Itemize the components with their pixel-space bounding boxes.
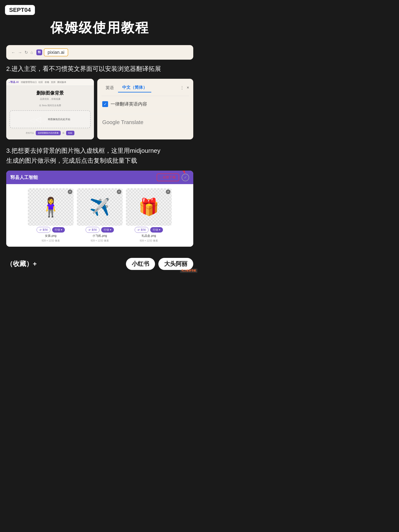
step3-line2: 生成的图片做示例，完成后点击复制或批量下载 (6, 157, 137, 164)
pixian-logo: ▪ 郓县.AI (9, 80, 19, 84)
close-btn-0[interactable]: ✕ (68, 190, 72, 194)
copy-icon-0: ↺ (39, 228, 42, 232)
back-arrow-icon[interactable]: ← (11, 50, 15, 55)
pixian-subtitle2: 在 Beta 期间完全免费 (10, 104, 91, 107)
tab-chinese[interactable]: 中文（简体） (118, 83, 151, 93)
pixian-dropzone[interactable]: ◁ ◁ ◁ 将图像拖至此处开始 (10, 110, 91, 128)
download-label: 全部下载 (163, 175, 176, 180)
download-area: ↓ 全部下载 ✓ (157, 173, 189, 181)
app-header-title: 郓县人工智能 (10, 174, 38, 181)
copy-label-2: 复制 (140, 228, 146, 232)
nav-item-5: 测试版本 (57, 81, 66, 84)
filesize-1: 928 × 1232 像素 (91, 239, 109, 242)
step2-text: 2.进入主页，看不习惯英文界面可以安装浏览器翻译拓展 (6, 64, 193, 74)
copy-btn-1[interactable]: ↺ 复制 (86, 227, 100, 233)
img-action-row-1: ↺ 复制 行动 ▾ (77, 227, 123, 233)
img-action-row-0: ↺ 复制 行动 ▾ (28, 227, 74, 233)
close-btn-1[interactable]: ✕ (117, 190, 121, 194)
gift-image: 🎁 (138, 199, 159, 215)
pixian-logo-icon: ▪ (9, 81, 10, 84)
footer-collect-label: （收藏）+ (6, 259, 37, 268)
file-icon-3: ◁ (42, 118, 46, 124)
pixian-subtitle1: 品质优良，价格低廉 (10, 97, 91, 101)
translate-tab-actions: ⋮ × (180, 85, 189, 90)
girl-image: 🧍‍♀️ (39, 198, 62, 216)
copy-btn-0[interactable]: ↺ 复制 (37, 227, 51, 233)
forward-arrow-icon[interactable]: → (18, 50, 22, 55)
translate-checkbox[interactable]: ✓ (102, 101, 108, 107)
img-action-row-2: ↺ 复制 行动 ▾ (126, 227, 172, 233)
translate-tabs: 英语 中文（简体） ⋮ × (101, 83, 189, 93)
step3-line1: 3.把想要去掉背景的图片拖入虚线框，这里用midjourney (6, 147, 160, 154)
translate-checkbox-row: ✓ 一律翻译英语内容 (101, 99, 189, 109)
more-options-icon[interactable]: ⋮ (180, 85, 184, 90)
filename-2: 礼品盒.png (141, 234, 156, 238)
pixian-screenshot: ▪ 郓县.AI 功能管理导出口 社区 价格 支持 测试版本 删除图像背景 品质优… (6, 79, 94, 139)
pixian-header: ▪ 郓县.AI 功能管理导出口 社区 价格 支持 测试版本 (6, 79, 94, 86)
action-btn-0[interactable]: 行动 ▾ (52, 227, 65, 233)
copy-icon-2: ↺ (137, 228, 140, 232)
screenshots-row: ▪ 郓县.AI 功能管理导出口 社区 价格 支持 测试版本 删除图像背景 品质优… (6, 79, 193, 139)
image-card-1: ✕ ✈️ ↺ 复制 行动 ▾ 小飞机.png 928 × 1232 像素 (77, 188, 123, 242)
download-all-btn[interactable]: ↓ 全部下载 (157, 173, 179, 181)
close-btn-2[interactable]: ✕ (166, 190, 171, 194)
copy-label-0: 复制 (42, 228, 48, 232)
checkmark-btn[interactable]: ✓ (182, 174, 189, 181)
translate-brand: Google Translate (101, 117, 189, 127)
footer: （收藏）+ 小红书 大头阿丽 (0, 253, 200, 275)
pixian-paste-btn[interactable]: 粘贴 (66, 131, 74, 135)
filesize-0: 928 × 1232 像素 (42, 239, 60, 242)
image-thumb-2: ✕ 🎁 (126, 188, 172, 226)
nav-item-2: 社区 (38, 81, 43, 84)
nav-item-3: 价格 (45, 81, 49, 84)
pixian-file-icons: ◁ ◁ ◁ (30, 115, 46, 124)
translate-checkbox-label: 一律翻译英语内容 (111, 101, 147, 107)
download-icon: ↓ (160, 176, 162, 179)
action-btn-2[interactable]: 行动 ▾ (150, 227, 163, 233)
copy-btn-2[interactable]: ↺ 复制 (135, 227, 149, 233)
tab-english[interactable]: 英语 (101, 83, 118, 92)
close-icon[interactable]: × (187, 85, 189, 90)
refresh-icon[interactable]: ↻ (25, 50, 28, 55)
pixian-main-title: 删除图像背景 (10, 90, 91, 96)
site-icon: 郓 (36, 50, 42, 55)
plane-image: ✈️ (89, 199, 110, 215)
copy-label-1: 复制 (91, 228, 97, 232)
pixian-dropzone-text: 将图像拖至此处开始 (48, 118, 70, 121)
browser-bar: ← → ↻ ⌂ 郓 pixian.ai (6, 45, 193, 60)
image-card-2: ✕ 🎁 ↺ 复制 行动 ▾ 礼品盒.png 928 × 1232 像素 (126, 188, 172, 242)
header-badge: SEPT04 (5, 5, 35, 15)
browser-nav: ← → ↻ ⌂ (11, 50, 33, 55)
step3-text: 3.把想要去掉背景的图片拖入虚线框，这里用midjourney 生成的图片做示例… (6, 146, 193, 166)
xiaohongshu-badge: 小红书 (126, 258, 155, 270)
filename-0: 女孩.png (45, 234, 56, 238)
app-screenshot: 郓县人工智能 ↓ 全部下载 ✓ ✕ (6, 171, 193, 247)
pixian-logo-text: 郓县.AI (10, 80, 19, 84)
action-btn-1[interactable]: 行动 ▾ (101, 227, 114, 233)
file-icon-2: ◁ (35, 115, 41, 124)
filename-1: 小飞机.png (93, 234, 107, 238)
image-card-0: ✕ 🧍‍♀️ ↺ 复制 行动 ▾ 女孩.png 928 × 1232 像素 (28, 188, 74, 242)
pixian-footer-text: 您也可以 (26, 132, 34, 134)
nav-item-1: 功能管理导出口 (21, 81, 37, 84)
app-header: 郓县人工智能 ↓ 全部下载 ✓ (6, 171, 193, 184)
translate-popup: 英语 中文（简体） ⋮ × ✓ 一律翻译英语内容 Google Translat… (97, 79, 193, 139)
translate-divider (101, 96, 189, 96)
home-icon[interactable]: ⌂ (31, 50, 33, 55)
pixian-main: 删除图像背景 品质优良，价格低廉 在 Beta 期间完全免费 ◁ ◁ ◁ 将图像… (6, 86, 94, 139)
app-images-grid: ✕ 🧍‍♀️ ↺ 复制 行动 ▾ 女孩.png 928 × 1232 像素 ✕ … (6, 184, 193, 247)
filesize-2: 928 × 1232 像素 (140, 239, 158, 242)
copy-icon-1: ↺ (88, 228, 91, 232)
watermark: 马上收录导航 (180, 268, 197, 273)
author-badge: 大头阿丽 (158, 258, 193, 270)
pixian-nav: 功能管理导出口 社区 价格 支持 测试版本 (21, 81, 66, 84)
pixian-footer: 您也可以 选择要删除内容的图像 或 粘贴 (10, 131, 91, 135)
pixian-or: 或 (62, 132, 64, 134)
pixian-select-btn[interactable]: 选择要删除内容的图像 (36, 131, 61, 135)
nav-item-4: 支持 (51, 81, 56, 84)
file-icon-1: ◁ (30, 117, 34, 124)
url-bar: 郓 pixian.ai (36, 48, 188, 56)
image-thumb-0: ✕ 🧍‍♀️ (28, 188, 74, 226)
url-text[interactable]: pixian.ai (44, 48, 68, 56)
image-thumb-1: ✕ ✈️ (77, 188, 123, 226)
